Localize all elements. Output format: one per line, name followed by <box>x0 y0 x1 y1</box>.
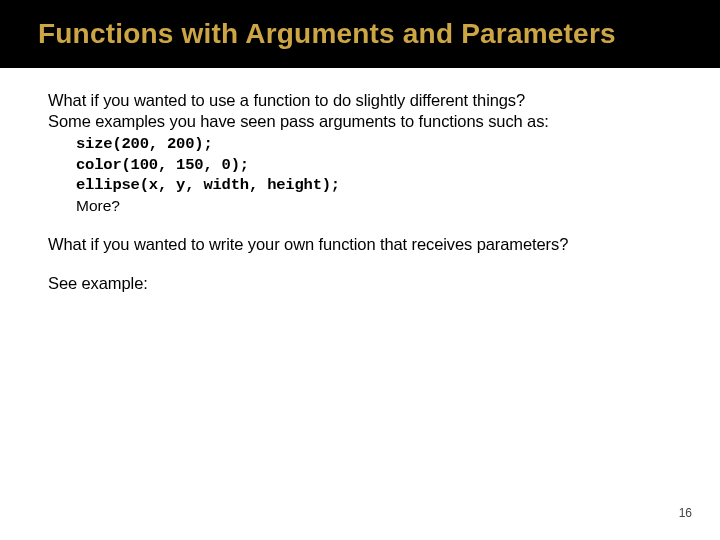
code-more-label: More? <box>76 196 672 216</box>
paragraph-see-example: See example: <box>48 273 672 294</box>
title-bar: Functions with Arguments and Parameters <box>0 0 720 68</box>
code-line-size: size(200, 200); <box>76 134 672 154</box>
page-number: 16 <box>679 506 692 520</box>
slide-content: What if you wanted to use a function to … <box>0 68 720 294</box>
intro-line-2: Some examples you have seen pass argumen… <box>48 111 672 132</box>
code-line-color: color(100, 150, 0); <box>76 155 672 175</box>
slide-title: Functions with Arguments and Parameters <box>38 18 720 50</box>
code-line-ellipse: ellipse(x, y, width, height); <box>76 175 672 195</box>
code-block: size(200, 200); color(100, 150, 0); elli… <box>48 134 672 216</box>
intro-line-1: What if you wanted to use a function to … <box>48 90 672 111</box>
paragraph-question: What if you wanted to write your own fun… <box>48 234 672 255</box>
